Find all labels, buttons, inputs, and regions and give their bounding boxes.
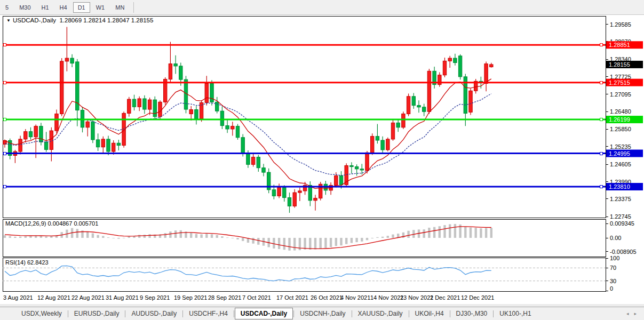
line-handle[interactable] xyxy=(4,152,6,155)
price-axis-label: 1.27095 xyxy=(610,91,631,98)
tab-ukoil-h4[interactable]: UKOil-,H4 xyxy=(410,308,449,319)
macd-bar xyxy=(351,238,353,243)
macd-bar xyxy=(423,229,425,238)
candle-body xyxy=(360,169,363,170)
candle-body xyxy=(153,100,156,117)
macd-bar xyxy=(205,234,208,238)
macd-bar xyxy=(164,233,166,238)
candle-body xyxy=(96,140,99,147)
candle-body xyxy=(50,131,53,149)
timeframe-button-5[interactable]: 5 xyxy=(1,2,13,13)
macd-bar xyxy=(283,238,285,250)
macd-bar xyxy=(128,236,130,238)
macd-bar xyxy=(86,231,89,238)
candle-body xyxy=(86,122,89,127)
tab-usdcad-daily[interactable]: USDCAD-,Daily xyxy=(235,308,293,319)
candle-body xyxy=(39,126,43,142)
line-handle[interactable] xyxy=(600,44,603,46)
macd-bar xyxy=(376,237,378,238)
macd-bar xyxy=(345,238,347,244)
macd-bar xyxy=(144,235,146,238)
rsi-panel[interactable] xyxy=(3,258,606,292)
line-handle[interactable] xyxy=(4,118,6,121)
symbol-dropdown-icon[interactable]: ▼ xyxy=(6,18,11,23)
macd-bar xyxy=(314,238,316,250)
macd-bar xyxy=(180,230,182,238)
candle-body xyxy=(417,106,420,107)
timeframe-button-m30[interactable]: M30 xyxy=(14,2,35,13)
tab-eurusd-daily[interactable]: EURUSD-,Daily xyxy=(69,308,125,319)
tab-audusd-daily[interactable]: AUDUSD-,Daily xyxy=(126,308,182,319)
macd-bar xyxy=(211,234,213,238)
macd-bar xyxy=(381,237,384,238)
tab-xauusd-daily[interactable]: XAUUSD-,Daily xyxy=(353,308,408,319)
timeframe-button-w1[interactable]: W1 xyxy=(91,2,110,13)
macd-bar xyxy=(226,237,228,238)
candle-body xyxy=(29,132,32,137)
tab-separator xyxy=(293,310,294,317)
tab-usdcnh-daily[interactable]: USDCNH-,Daily xyxy=(295,308,351,319)
tab-uk100-h1[interactable]: UK100-,H1 xyxy=(494,308,536,319)
rsi-axis-label: 70 xyxy=(610,265,616,271)
line-handle[interactable] xyxy=(4,81,6,84)
price-axis-label: 1.26480 xyxy=(610,108,631,115)
candle-body xyxy=(24,132,27,139)
candle-body xyxy=(412,97,415,106)
timeframe-button-h1[interactable]: H1 xyxy=(37,2,54,13)
line-handle[interactable] xyxy=(600,81,603,84)
candle-body xyxy=(454,58,457,62)
timeframe-button-mn[interactable]: MN xyxy=(110,2,129,13)
line-handle[interactable] xyxy=(4,186,6,188)
macd-bar xyxy=(107,237,109,238)
line-handle[interactable] xyxy=(4,44,6,46)
candle-body xyxy=(19,139,22,151)
candle-body xyxy=(70,58,74,63)
toolbar-separator xyxy=(133,2,134,13)
macd-bar xyxy=(4,235,6,238)
current-price-badge-label: 1.28155 xyxy=(609,61,630,68)
candle-body xyxy=(143,99,146,109)
date-axis-label: 17 Oct 2021 xyxy=(276,294,308,301)
candle-body xyxy=(91,122,94,140)
chart-canvas[interactable]: 1.295851.289701.283401.277251.270951.264… xyxy=(0,0,644,320)
line-handle[interactable] xyxy=(600,118,603,121)
macd-bar xyxy=(464,227,466,238)
candle-body xyxy=(277,188,281,196)
macd-bar xyxy=(470,228,472,238)
line-handle[interactable] xyxy=(600,152,603,155)
candle-body xyxy=(293,193,296,206)
level-price-badge-label: 1.28851 xyxy=(609,42,630,48)
tab-separator xyxy=(68,310,68,317)
candle-body xyxy=(376,137,379,140)
candle-body xyxy=(251,157,255,165)
macd-bar xyxy=(195,234,197,238)
macd-bar xyxy=(490,228,492,238)
candle-body xyxy=(339,175,343,185)
macd-bar xyxy=(148,234,150,238)
candle-body xyxy=(34,126,37,137)
macd-bar xyxy=(293,238,296,251)
macd-bar xyxy=(242,238,244,241)
macd-bar xyxy=(200,234,202,238)
price-axis-label: 1.29585 xyxy=(610,21,631,28)
tab-usdchf-h4[interactable]: USDCHF-,H4 xyxy=(184,308,233,319)
macd-bar xyxy=(50,236,52,238)
scroll-right-icon[interactable]: ▸ xyxy=(634,311,637,316)
macd-indicator-label: MACD(12,26,9) 0.004867 0.005701 xyxy=(5,220,98,227)
candle-body xyxy=(490,65,493,67)
candle-body xyxy=(220,111,224,125)
macd-bar xyxy=(485,228,487,238)
macd-bar xyxy=(45,236,47,238)
chart-ohlc-values: 1.28069 1.28214 1.28047 1.28155 xyxy=(59,17,153,23)
tab-dj30-m30[interactable]: DJ30-,M30 xyxy=(451,308,493,319)
tab-usdx-weekly[interactable]: USDX,Weekly xyxy=(16,308,67,319)
macd-bar xyxy=(454,224,456,238)
rsi-axis-label: 30 xyxy=(610,278,616,284)
macd-bar xyxy=(475,228,477,238)
date-axis-label: 26 Oct 2021 xyxy=(311,294,343,301)
line-handle[interactable] xyxy=(600,186,603,188)
timeframe-button-d1[interactable]: D1 xyxy=(73,2,90,13)
scroll-left-icon[interactable]: ◂ xyxy=(626,311,629,316)
candle-body xyxy=(448,58,451,61)
timeframe-button-h4[interactable]: H4 xyxy=(55,2,72,13)
